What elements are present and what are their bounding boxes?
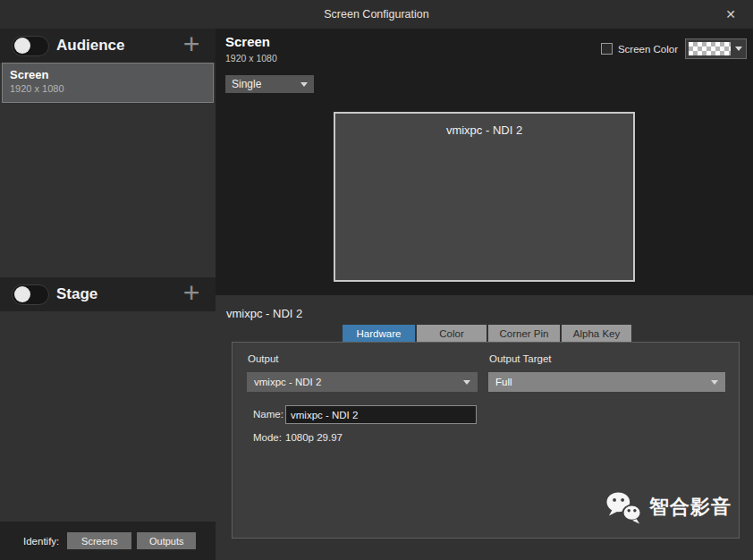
titlebar: Screen Configuration ✕ — [0, 0, 753, 29]
output-target-value: Full — [495, 377, 512, 387]
screen-item-title: Screen — [10, 68, 213, 81]
watermark-text: 智合影音 — [649, 494, 732, 521]
hardware-panel: Output vmixpc - NDI 2 Output Target Full… — [232, 342, 740, 539]
tab-corner-pin[interactable]: Corner Pin — [488, 325, 560, 343]
screen-preview[interactable]: vmixpc - NDI 2 — [334, 112, 635, 282]
identify-bar: Identify: Screens Outputs — [0, 522, 216, 560]
stage-toggle[interactable] — [12, 284, 49, 305]
tab-hardware[interactable]: Hardware — [343, 325, 415, 343]
identify-screens-button[interactable]: Screens — [67, 532, 131, 549]
sidebar-item-screen[interactable]: Screen 1920 x 1080 — [2, 63, 214, 103]
add-audience-screen-icon[interactable]: + — [178, 26, 205, 62]
screen-item-resolution: 1920 x 1080 — [10, 83, 213, 94]
output-target-dropdown[interactable]: Full — [488, 372, 725, 392]
output-settings-area: vmixpc - NDI 2 Hardware Color Corner Pin… — [216, 295, 753, 560]
chevron-down-icon — [735, 47, 742, 51]
stage-label: Stage — [56, 285, 97, 303]
output-value: vmixpc - NDI 2 — [254, 377, 321, 387]
audience-label: Audience — [56, 37, 125, 55]
identify-outputs-button[interactable]: Outputs — [137, 532, 196, 549]
toggle-knob — [14, 286, 30, 302]
mode-label: Mode: — [253, 432, 282, 443]
identify-label: Identify: — [23, 536, 59, 547]
output-label: Output — [248, 353, 279, 364]
close-icon[interactable]: ✕ — [719, 4, 742, 24]
screen-settings-area: Screen 1920 x 1080 Screen Color Single v… — [216, 29, 753, 295]
layout-mode-value: Single — [232, 78, 261, 90]
chevron-down-icon — [300, 82, 308, 87]
stage-header: Stage + — [0, 277, 216, 311]
chevron-down-icon — [711, 380, 718, 385]
add-stage-screen-icon[interactable]: + — [178, 275, 205, 310]
screen-configuration-dialog: Screen Configuration ✕ Audience + Screen… — [0, 0, 753, 560]
transparency-swatch — [689, 42, 731, 55]
name-label: Name: — [253, 409, 283, 420]
wechat-icon — [605, 490, 643, 524]
page-title: Screen — [225, 34, 270, 49]
name-input[interactable] — [285, 405, 477, 424]
sidebar: Audience + Screen 1920 x 1080 Stage + Id… — [0, 29, 216, 560]
mode-value: 1080p 29.97 — [285, 432, 343, 443]
preview-output-label: vmixpc - NDI 2 — [446, 123, 522, 280]
screen-color-swatch-dropdown[interactable] — [685, 38, 747, 59]
layout-mode-dropdown[interactable]: Single — [225, 75, 314, 93]
output-target-label: Output Target — [489, 353, 551, 364]
screen-color-checkbox[interactable] — [601, 43, 613, 55]
screen-color-group: Screen Color — [601, 38, 747, 59]
audience-toggle[interactable] — [12, 36, 49, 56]
tab-color[interactable]: Color — [417, 325, 486, 343]
page-resolution: 1920 x 1080 — [225, 53, 277, 64]
audience-header: Audience + — [0, 29, 216, 63]
watermark: 智合影音 — [605, 490, 732, 524]
tab-alpha-key[interactable]: Alpha Key — [562, 325, 631, 343]
screen-color-label: Screen Color — [618, 44, 678, 55]
output-dropdown[interactable]: vmixpc - NDI 2 — [247, 372, 478, 392]
tabbar: Hardware Color Corner Pin Alpha Key — [343, 325, 631, 343]
chevron-down-icon — [463, 380, 470, 385]
output-section-title: vmixpc - NDI 2 — [226, 307, 302, 320]
toggle-knob — [14, 38, 30, 54]
window-title: Screen Configuration — [324, 8, 428, 21]
